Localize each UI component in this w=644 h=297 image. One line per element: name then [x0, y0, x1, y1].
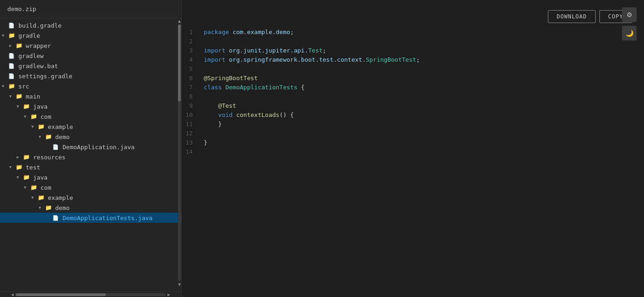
- code-line-13: 13}: [182, 138, 644, 147]
- chevron-icon: ▼: [24, 114, 29, 119]
- line-code-9: @Test: [200, 101, 644, 111]
- code-line-10: 10 void contextLoads() {: [182, 111, 644, 120]
- vscroll-thumb[interactable]: [178, 24, 181, 101]
- tree-item-gradlew-bat[interactable]: 📄gradlew.bat: [0, 61, 181, 71]
- folder-icon: 📁: [8, 83, 17, 89]
- code-line-7: 7class DemoApplicationTests {: [182, 83, 644, 92]
- class-name: SpringBootTest: [366, 56, 416, 63]
- code-line-9: 9 @Test: [182, 101, 644, 111]
- file-icon: 📄: [8, 63, 17, 69]
- method-name: contextLoads: [236, 111, 279, 118]
- tree-item-com-test[interactable]: ▼📁com: [0, 182, 181, 192]
- chevron-icon: ▼: [2, 33, 7, 38]
- chevron-icon: ▼: [17, 175, 22, 180]
- vscroll-down[interactable]: ▼: [178, 282, 181, 287]
- code-line-2: 2: [182, 37, 644, 46]
- line-code-11: }: [200, 120, 644, 129]
- line-number-11: 11: [182, 120, 200, 129]
- project-name: demo.zip: [7, 6, 36, 12]
- keyword: import: [204, 47, 225, 54]
- folder-icon: 📁: [30, 184, 39, 191]
- folder-icon: 📁: [23, 174, 31, 181]
- line-number-7: 7: [182, 83, 200, 92]
- line-number-2: 2: [182, 37, 200, 46]
- line-code-2: [200, 37, 644, 46]
- line-code-5: [200, 64, 644, 74]
- line-number-12: 12: [182, 129, 200, 138]
- line-number-1: 1: [182, 28, 200, 37]
- tree-item-example-main[interactable]: ▼📁example: [0, 122, 181, 132]
- keyword: class: [204, 84, 222, 91]
- chevron-icon: ▼: [39, 205, 44, 210]
- folder-icon: 📁: [16, 93, 24, 99]
- theme-toggle-button[interactable]: 🌙: [622, 26, 637, 41]
- code-line-8: 8: [182, 92, 644, 101]
- tree-item-gradle[interactable]: ▼📁gradle: [0, 30, 181, 41]
- tree-item-DemoApplication[interactable]: 📄DemoApplication.java: [0, 142, 181, 152]
- tree-item-DemoApplicationTests[interactable]: 📄DemoApplicationTests.java: [0, 213, 181, 223]
- line-number-3: 3: [182, 46, 200, 55]
- hscroll-left-arrow[interactable]: ◀: [9, 292, 16, 297]
- tree-item-demo-test[interactable]: ▼📁demo: [0, 203, 181, 213]
- line-number-10: 10: [182, 111, 200, 120]
- file-icon: 📄: [8, 53, 17, 59]
- main-layout: demo.zip 📄build.gradle▼📁gradle▶📁wrapper📄…: [0, 0, 644, 297]
- tree-item-test[interactable]: ▼📁test: [0, 162, 181, 172]
- tree-item-resources[interactable]: ▶📁resources: [0, 152, 181, 162]
- tree-item-java-test[interactable]: ▼📁java: [0, 172, 181, 182]
- item-label: demo: [55, 204, 69, 211]
- vscroll-up[interactable]: ▲: [178, 18, 181, 23]
- line-number-14: 14: [182, 147, 200, 157]
- file-icon: 📄: [8, 23, 17, 29]
- tree-item-com-main[interactable]: ▼📁com: [0, 111, 181, 122]
- code-line-14: 14: [182, 147, 644, 157]
- folder-icon: 📁: [45, 204, 53, 211]
- annotation: @SpringBootTest: [204, 75, 258, 82]
- tree-item-demo-main[interactable]: ▼📁demo: [0, 132, 181, 142]
- code-line-3: 3import org.junit.jupiter.api.Test;: [182, 46, 644, 55]
- sidebar: demo.zip 📄build.gradle▼📁gradle▶📁wrapper📄…: [0, 0, 182, 297]
- package-name: org.springframework.boot.test.context.: [229, 56, 366, 63]
- file-icon: 📄: [8, 73, 17, 79]
- line-number-5: 5: [182, 64, 200, 74]
- code-line-11: 11 }: [182, 120, 644, 129]
- chevron-icon: ▼: [39, 134, 44, 139]
- line-code-7: class DemoApplicationTests {: [200, 83, 644, 92]
- right-icons: ⚙ 🌙: [622, 7, 637, 41]
- line-code-1: package com.example.demo;: [200, 28, 644, 37]
- file-icon: 📄: [52, 215, 61, 221]
- item-label: java: [33, 103, 47, 110]
- hscroll-thumb[interactable]: [16, 293, 106, 296]
- item-label: gradle: [18, 32, 40, 39]
- folder-icon: 📁: [45, 134, 53, 140]
- line-number-8: 8: [182, 92, 200, 101]
- tree-item-wrapper[interactable]: ▶📁wrapper: [0, 41, 181, 51]
- item-label: com: [40, 184, 51, 191]
- tree-item-example-test[interactable]: ▼📁example: [0, 192, 181, 203]
- tree-item-src[interactable]: ▼📁src: [0, 81, 181, 91]
- item-label: example: [48, 123, 73, 130]
- chevron-icon: ▼: [9, 94, 15, 99]
- chevron-icon: ▼: [24, 185, 29, 190]
- hscroll-right-arrow[interactable]: ▶: [166, 292, 172, 297]
- chevron-icon: ▼: [31, 195, 37, 200]
- tree-item-settings-gradle[interactable]: 📄settings.gradle: [0, 71, 181, 81]
- settings-icon-button[interactable]: ⚙: [622, 7, 637, 22]
- line-code-6: @SpringBootTest: [200, 74, 644, 83]
- class-name: Test: [308, 47, 322, 54]
- tree-item-gradlew[interactable]: 📄gradlew: [0, 51, 181, 61]
- tree-item-java-main[interactable]: ▼📁java: [0, 101, 181, 111]
- item-label: java: [33, 174, 47, 181]
- code-line-4: 4import org.springframework.boot.test.co…: [182, 55, 644, 64]
- tree-item-build-gradle[interactable]: 📄build.gradle: [0, 20, 181, 30]
- annotation: @Test: [218, 102, 236, 109]
- code-table: 1package com.example.demo;23import org.j…: [182, 28, 644, 157]
- file-tree[interactable]: 📄build.gradle▼📁gradle▶📁wrapper📄gradlew📄g…: [0, 18, 181, 291]
- line-code-14: [200, 147, 644, 157]
- folder-icon: 📁: [16, 164, 24, 170]
- chevron-icon: ▼: [31, 124, 37, 129]
- tree-item-main[interactable]: ▼📁main: [0, 91, 181, 101]
- code-line-6: 6@SpringBootTest: [182, 74, 644, 83]
- download-button[interactable]: DOWNLOAD: [548, 10, 596, 23]
- item-label: gradlew.bat: [18, 63, 58, 70]
